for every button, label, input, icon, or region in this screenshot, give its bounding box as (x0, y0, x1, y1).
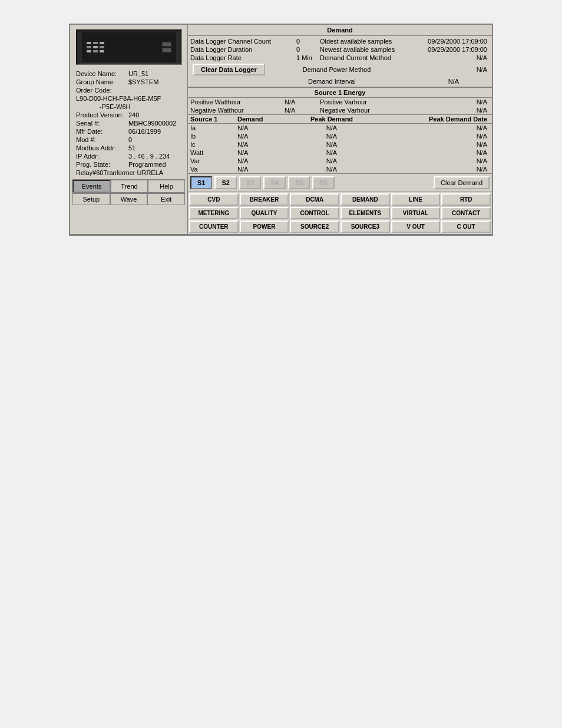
demand-current-value: N/A (442, 54, 490, 61)
func-button-dcma[interactable]: DCMA (290, 193, 339, 206)
demand-table-header: Source 1 Demand Peak Demand Peak Demand … (188, 114, 492, 124)
demand-row-label: Ib (190, 133, 237, 140)
clear-demand-button[interactable]: Clear Demand (434, 176, 490, 189)
func-button-breaker[interactable]: BREAKER (240, 193, 289, 206)
neg-watthour-row: Negative Watthour N/A Negative Varhour N… (188, 106, 492, 114)
order-code-value2: -P5E-W6H (100, 103, 131, 110)
trend-button[interactable]: Trend (111, 180, 148, 193)
pos-watthour-row: Positive Watthour N/A Positive Varhour N… (188, 98, 492, 106)
help-button[interactable]: Help (148, 180, 185, 193)
demand-data-row: Watt N/A N/A N/A (188, 149, 492, 157)
setup-button[interactable]: Setup (72, 193, 110, 205)
ip-label: IP Addr: (76, 153, 126, 160)
dl-btn-row: Clear Data Logger Demand Power Method N/… (190, 62, 490, 77)
order-code-label: Order Code: (76, 87, 126, 94)
top-section: Device Name: UR_51 Group Name: $SYSTEM O… (70, 25, 492, 235)
device-button (162, 42, 171, 47)
demand-row-label: Ia (190, 124, 237, 131)
func-button-contact[interactable]: CONTACT (441, 207, 491, 219)
dl-oldest-value: 09/29/2000 17:09:00 (428, 38, 490, 45)
dt-col4-header: Peak Demand Date (367, 116, 490, 123)
dl-newest-label: Newest available samples (320, 46, 428, 53)
ip-row: IP Addr: 3 . 46 . 9 . 234 (76, 152, 181, 160)
func-button-metering[interactable]: METERING (189, 207, 239, 219)
func-button-power[interactable]: POWER (240, 220, 289, 233)
relay-row: Relay¥60Tranformer URRELA (76, 169, 181, 177)
mfr-date-row: Mfr Date: 06/16/1999 (76, 127, 181, 136)
demand-row-demand: N/A (237, 141, 296, 148)
dt-col1-header: Source 1 (190, 116, 237, 123)
device-button (162, 48, 171, 52)
device-image-inner (82, 32, 176, 62)
data-logger-section: Data Logger Channel Count 0 Oldest avail… (188, 36, 492, 87)
func-button-control[interactable]: CONTROL (290, 207, 339, 219)
func-button-quality[interactable]: QUALITY (240, 207, 289, 219)
dl-duration-label: Data Logger Duration (190, 46, 296, 53)
demand-row-peak: N/A (296, 149, 367, 156)
s5-button[interactable]: S5 (288, 176, 310, 189)
s1-button[interactable]: S1 (190, 176, 212, 189)
pos-varhour-label: Positive Varhour (320, 98, 454, 106)
func-button-source3[interactable]: SOURCE3 (340, 220, 390, 233)
dl-interval-row: Demand Interval N/A (190, 77, 490, 85)
demand-row-peak-date: N/A (367, 141, 490, 148)
s3-button[interactable]: S3 (239, 176, 261, 189)
func-button-v-out[interactable]: V OUT (391, 220, 441, 233)
relay-value: Relay¥60Tranformer URRELA (76, 169, 163, 176)
s2-button[interactable]: S2 (214, 176, 236, 189)
func-button-source2[interactable]: SOURCE2 (290, 220, 339, 233)
func-button-elements[interactable]: ELEMENTS (340, 207, 390, 219)
source-energy-header: Source 1 Energy (188, 87, 492, 98)
dt-col3-header: Peak Demand (296, 116, 367, 123)
demand-data-row: Va N/A N/A N/A (188, 165, 492, 173)
demand-rows: Ia N/A N/A N/A Ib N/A N/A N/A Ic N/A N/A… (188, 124, 492, 173)
device-led (87, 42, 91, 44)
neg-watthour-label: Negative Watthour (190, 107, 285, 114)
func-button-line[interactable]: LINE (391, 193, 441, 206)
group-name-row: Group Name: $SYSTEM (76, 78, 181, 86)
group-name-value: $SYSTEM (128, 78, 158, 85)
demand-row-peak: N/A (296, 141, 367, 148)
dl-rate-value: 1 Min (296, 54, 320, 61)
group-name-label: Group Name: (76, 78, 126, 85)
func-button-demand[interactable]: DEMAND (340, 193, 390, 206)
product-version-label: Product Version: (76, 111, 126, 118)
device-name-value: UR_51 (128, 70, 148, 77)
dl-duration-value: 0 (296, 46, 320, 53)
neg-varhour-value: N/A (454, 107, 490, 114)
s4-button[interactable]: S4 (263, 176, 285, 189)
mfr-date-value: 06/16/1999 (128, 128, 161, 135)
demand-row-label: Ic (190, 141, 237, 148)
demand-row-peak: N/A (296, 124, 367, 131)
serial-value: MBHC99000002 (128, 120, 176, 127)
func-button-counter[interactable]: COUNTER (189, 220, 239, 233)
demand-interval-value: N/A (414, 78, 461, 85)
demand-row-peak-date: N/A (367, 157, 490, 164)
demand-row-label: Watt (190, 149, 237, 156)
func-button-virtual[interactable]: VIRTUAL (391, 207, 441, 219)
dl-newest-value: 09/29/2000 17:09:00 (428, 46, 490, 53)
s6-button[interactable]: S6 (312, 176, 334, 189)
demand-row-peak: N/A (296, 133, 367, 140)
dl-channel-value: 0 (296, 38, 320, 45)
prog-state-row: Prog. State: Programmed (76, 160, 181, 169)
device-led (87, 46, 91, 48)
demand-data-row: Ia N/A N/A N/A (188, 124, 492, 132)
product-version-row: Product Version: 240 (76, 111, 181, 119)
dl-rate-label: Data Logger Rate (190, 54, 296, 61)
device-image (76, 29, 182, 65)
func-button-c-out[interactable]: C OUT (441, 220, 491, 233)
order-code-row: Order Code: (76, 86, 181, 94)
clear-data-logger-button[interactable]: Clear Data Logger (193, 64, 265, 75)
device-led (100, 46, 104, 48)
pos-varhour-value: N/A (454, 98, 490, 106)
serial-label: Serial #: (76, 120, 126, 127)
func-button-cvd[interactable]: CVD (189, 193, 239, 206)
exit-button[interactable]: Exit (147, 193, 185, 205)
events-button[interactable]: Events (72, 180, 111, 193)
wave-button[interactable]: Wave (110, 193, 148, 205)
demand-row-demand: N/A (237, 166, 296, 173)
demand-row-demand: N/A (237, 133, 296, 140)
func-button-rtd[interactable]: RTD (441, 193, 491, 206)
demand-data-row: Var N/A N/A N/A (188, 157, 492, 165)
